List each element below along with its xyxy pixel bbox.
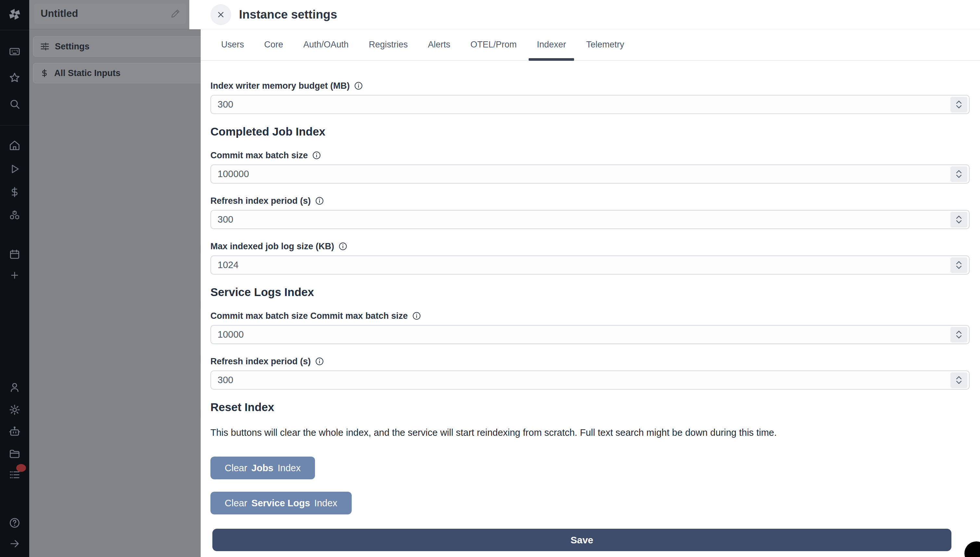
calendar-icon[interactable] [0, 247, 29, 262]
field-label-max-indexed-log-size: Max indexed job log size (KB) [211, 240, 970, 253]
field-label-service-commit-max-batch: Commit max batch size Commit max batch s… [211, 309, 970, 322]
tab-registries[interactable]: Registries [361, 29, 416, 60]
flow-static-inputs-label: All Static Inputs [54, 68, 120, 78]
max-indexed-log-size-input[interactable] [211, 256, 970, 275]
tab-auth-oauth[interactable]: Auth/OAuth [295, 29, 357, 60]
service-refresh-period-input[interactable] [211, 370, 970, 390]
tab-users[interactable]: Users [213, 29, 252, 60]
commit-max-batch-input[interactable] [211, 164, 970, 184]
number-input-wrap [211, 164, 970, 184]
number-stepper[interactable] [951, 257, 967, 273]
section-completed-job-index: Completed Job Index [211, 124, 970, 139]
tab-alerts[interactable]: Alerts [420, 29, 459, 60]
number-stepper[interactable] [951, 372, 967, 388]
flow-title: Untitled [41, 8, 78, 20]
number-input-wrap [211, 325, 970, 344]
settings-tabs: Users Core Auth/OAuth Registries Alerts … [201, 29, 980, 61]
drawer-title: Instance settings [239, 8, 337, 21]
indexer-form: Index writer memory budget (MB) Complete… [201, 79, 980, 551]
notification-dot [16, 464, 26, 472]
sliders-icon [40, 42, 50, 51]
info-icon[interactable] [312, 151, 321, 160]
info-icon[interactable] [354, 81, 363, 90]
robot-icon[interactable] [0, 424, 29, 439]
gear-icon[interactable] [0, 402, 29, 418]
flow-editor-panel: Untitled Settings All Static Inputs Trig… [29, 0, 201, 557]
close-icon [216, 10, 226, 19]
sidebar-divider [0, 125, 29, 125]
user-icon[interactable] [0, 379, 29, 395]
drawer-notch [189, 0, 201, 29]
field-label-index-writer-memory: Index writer memory budget (MB) [211, 79, 970, 92]
close-button[interactable] [211, 4, 231, 25]
boxes-icon[interactable] [0, 208, 29, 223]
app-sidebar [0, 0, 29, 557]
info-icon[interactable] [315, 196, 324, 205]
clear-service-logs-index-button[interactable]: Clear Service Logs Index [211, 492, 352, 515]
tab-core[interactable]: Core [256, 29, 292, 60]
info-icon[interactable] [412, 311, 421, 321]
keyboard-icon[interactable] [0, 44, 29, 59]
number-stepper[interactable] [951, 327, 967, 342]
tab-otel-prom[interactable]: OTEL/Prom [462, 29, 525, 60]
edit-pencil-icon[interactable] [170, 9, 180, 18]
reset-index-description: This buttons will clear the whole index,… [211, 426, 970, 439]
windmill-logo-icon[interactable] [0, 7, 29, 22]
search-icon[interactable] [0, 96, 29, 112]
plus-icon[interactable] [0, 267, 29, 283]
info-icon[interactable] [338, 242, 347, 251]
arrow-right-icon[interactable] [0, 536, 29, 552]
tab-telemetry[interactable]: Telemetry [578, 29, 632, 60]
clear-jobs-index-button[interactable]: Clear Jobs Index [211, 457, 315, 479]
section-reset-index: Reset Index [211, 399, 970, 415]
section-service-logs-index: Service Logs Index [211, 284, 970, 300]
number-input-wrap [211, 95, 970, 114]
refresh-index-period-input[interactable] [211, 210, 970, 229]
number-input-wrap [211, 256, 970, 275]
flow-title-band: Untitled [34, 3, 186, 24]
sidebar-divider [0, 30, 29, 30]
index-writer-memory-input[interactable] [211, 95, 970, 114]
number-stepper[interactable] [951, 97, 967, 112]
save-button[interactable]: Save [213, 529, 951, 551]
help-icon[interactable] [0, 515, 29, 531]
field-label-refresh-index-period: Refresh index period (s) [211, 194, 970, 207]
folder-icon[interactable] [0, 446, 29, 461]
star-icon[interactable] [0, 70, 29, 85]
instance-settings-drawer: Instance settings Users Core Auth/OAuth … [201, 0, 980, 557]
field-label-commit-max-batch: Commit max batch size [211, 149, 970, 162]
number-input-wrap [211, 210, 970, 229]
dollar-icon[interactable] [0, 184, 29, 200]
flow-settings-label: Settings [55, 42, 89, 52]
dollar-icon [40, 68, 49, 78]
service-commit-max-batch-input[interactable] [211, 325, 970, 344]
tab-indexer[interactable]: Indexer [529, 29, 574, 60]
home-icon[interactable] [0, 137, 29, 153]
field-label-service-refresh-period: Refresh index period (s) [211, 355, 970, 368]
info-icon[interactable] [315, 357, 324, 366]
number-stepper[interactable] [951, 166, 967, 182]
number-input-wrap [211, 370, 970, 390]
drawer-header: Instance settings [201, 0, 980, 29]
flow-header: Untitled [29, 0, 201, 29]
number-stepper[interactable] [951, 212, 967, 228]
play-icon[interactable] [0, 161, 29, 177]
list-icon[interactable] [0, 467, 29, 482]
